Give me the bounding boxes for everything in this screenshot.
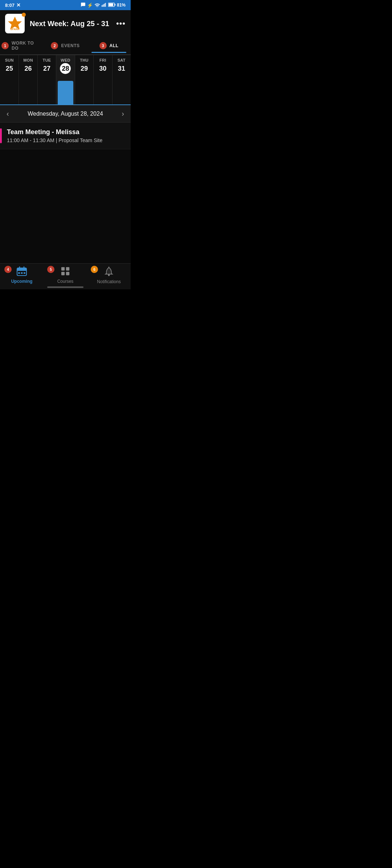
day-name-sat: SAT <box>118 58 126 62</box>
prev-day-button[interactable]: ‹ <box>7 109 9 118</box>
day-name-thu: THU <box>80 58 89 62</box>
event-content: Team Meeting - Melissa 11:00 AM - 11:30 … <box>7 128 102 143</box>
day-num-wed: 28 <box>60 63 71 74</box>
tabs-container: 1 WORK TO DO 2 EVENTS 3 ALL <box>0 37 131 54</box>
svg-point-20 <box>108 274 110 276</box>
tab-label-all: ALL <box>110 43 119 48</box>
svg-rect-1 <box>103 4 103 7</box>
event-time: 11:00 AM - 11:30 AM | Proposal Team Site <box>7 137 102 143</box>
grid-icon <box>60 266 70 277</box>
day-tue[interactable]: TUE 27 <box>37 55 56 75</box>
status-time: 8:07 <box>5 3 15 8</box>
status-bar: 8:07 ✕ ⚡ 81% <box>0 0 131 10</box>
bell-icon <box>104 266 114 278</box>
app-header: SPARK Next Week: Aug 25 - 31 ••• <box>0 10 131 37</box>
tab-badge-1: 1 <box>1 42 9 49</box>
day-sun[interactable]: SUN 25 <box>0 55 19 75</box>
nfc-status-icon <box>81 2 86 8</box>
chart-col-sat <box>112 75 131 104</box>
tab-section: 1 WORK TO DO 2 EVENTS 3 ALL <box>0 37 131 55</box>
bluetooth-icon: ⚡ <box>87 3 93 8</box>
tab-work-to-do[interactable]: 1 WORK TO DO <box>0 37 44 54</box>
calendar-grid: SUN 25 MON 26 TUE 27 WED 28 THU 29 FRI 3… <box>0 55 131 105</box>
svg-rect-10 <box>17 268 26 271</box>
status-left: 8:07 ✕ <box>5 2 21 8</box>
svg-rect-15 <box>24 272 25 274</box>
nav-badge-notifications: 6 <box>91 266 98 273</box>
tab-active-indicator <box>91 52 126 53</box>
day-name-tue: TUE <box>43 58 51 62</box>
svg-rect-13 <box>18 272 20 274</box>
nav-badge-upcoming: 4 <box>4 266 12 273</box>
day-num-mon: 26 <box>23 63 34 74</box>
nav-item-courses[interactable]: 5 Courses <box>44 266 87 284</box>
home-indicator <box>47 286 83 288</box>
tab-badge-3: 3 <box>99 42 107 49</box>
tab-all[interactable]: 3 ALL <box>87 38 131 53</box>
svg-rect-18 <box>61 272 65 275</box>
nav-item-upcoming[interactable]: 4 Upcoming <box>0 266 44 284</box>
selected-date-label: Wednesday, August 28, 2024 <box>28 111 103 117</box>
status-right: ⚡ 81% <box>81 2 126 8</box>
svg-rect-14 <box>21 272 23 274</box>
event-title: Team Meeting - Melissa <box>7 128 102 136</box>
svg-rect-3 <box>105 3 106 7</box>
next-day-button[interactable]: › <box>122 109 124 118</box>
svg-rect-5 <box>114 4 115 5</box>
svg-rect-0 <box>102 5 102 7</box>
tab-label-events: EVENTS <box>61 43 79 48</box>
events-chart <box>0 75 131 104</box>
days-header: SUN 25 MON 26 TUE 27 WED 28 THU 29 FRI 3… <box>0 55 131 75</box>
day-num-sun: 25 <box>4 63 15 74</box>
logo-notification-badge <box>22 13 26 17</box>
chart-col-sun <box>0 75 19 104</box>
calendar-icon <box>17 266 27 277</box>
day-name-mon: MON <box>23 58 33 62</box>
day-sat[interactable]: SAT 31 <box>112 55 131 75</box>
svg-rect-6 <box>109 3 113 6</box>
day-num-sat: 31 <box>116 63 127 74</box>
logo-box: SPARK <box>5 14 25 33</box>
chart-col-thu <box>75 75 93 104</box>
day-fri[interactable]: FRI 30 <box>93 55 112 75</box>
day-name-wed: WED <box>61 58 70 62</box>
nav-label-notifications: Notifications <box>97 279 121 284</box>
signal-icon <box>102 3 107 8</box>
battery-percent: 81% <box>117 3 126 8</box>
nfc-icon: ✕ <box>16 2 21 8</box>
event-card[interactable]: Team Meeting - Melissa 11:00 AM - 11:30 … <box>0 123 131 149</box>
chart-col-mon <box>19 75 37 104</box>
day-mon[interactable]: MON 26 <box>19 55 37 75</box>
svg-rect-16 <box>61 267 65 270</box>
day-num-fri: 30 <box>97 63 108 74</box>
tab-label-work: WORK TO DO <box>12 41 42 51</box>
nav-label-courses: Courses <box>57 279 74 284</box>
chart-col-wed <box>56 75 74 104</box>
tab-badge-2: 2 <box>51 42 58 49</box>
tab-events[interactable]: 2 EVENTS <box>44 38 87 53</box>
svg-rect-19 <box>66 272 69 275</box>
svg-text:SPARK: SPARK <box>10 28 20 31</box>
chart-col-fri <box>93 75 112 104</box>
wifi-icon <box>94 3 100 8</box>
svg-rect-17 <box>66 267 69 270</box>
battery-icon <box>108 3 115 8</box>
day-thu[interactable]: THU 29 <box>75 55 93 75</box>
nav-label-upcoming: Upcoming <box>11 279 33 284</box>
event-color-accent <box>0 128 2 143</box>
day-name-sun: SUN <box>5 58 14 62</box>
nav-item-notifications[interactable]: 6 Notifications <box>87 266 131 284</box>
day-num-thu: 29 <box>79 63 90 74</box>
chart-bar-wed <box>58 81 73 104</box>
day-name-fri: FRI <box>99 58 106 62</box>
header-title: Next Week: Aug 25 - 31 <box>30 20 111 28</box>
day-num-tue: 27 <box>41 63 52 74</box>
logo-container: SPARK <box>5 14 25 33</box>
spark-logo-icon: SPARK <box>7 16 23 32</box>
svg-rect-2 <box>104 4 105 7</box>
nav-badge-courses: 5 <box>47 266 54 273</box>
day-wed[interactable]: WED 28 <box>56 55 74 75</box>
more-options-button[interactable]: ••• <box>116 19 126 28</box>
bottom-navigation: 4 Upcoming 5 C <box>0 263 131 289</box>
day-detail-header: ‹ Wednesday, August 28, 2024 › <box>0 105 131 123</box>
